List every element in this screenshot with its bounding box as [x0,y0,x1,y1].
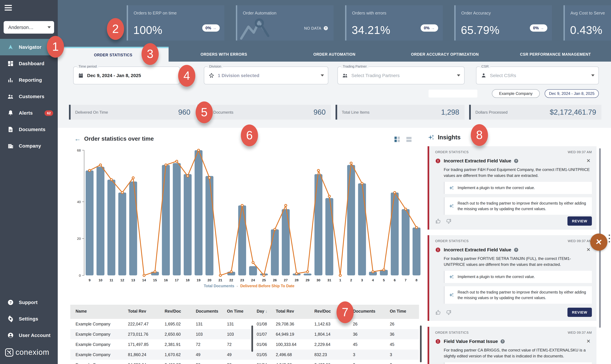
review-button[interactable]: REVIEW [567,216,592,226]
filter-time-period[interactable]: Time periodDec 9, 2024 - Jan 8, 2025 [73,66,180,84]
filter-value: Dec 9, 2024 - Jan 8, 2025 [87,73,141,78]
svg-text:0: 0 [79,273,81,277]
back-arrow-icon[interactable]: ← [74,135,81,143]
table-cell: 45 [350,339,387,350]
insight-title: Incorrect Extracted Field Value [444,247,511,252]
kpi-trend-badge[interactable]: 0%→ [530,24,547,32]
annotation-circle-7: 7 [336,301,354,323]
table-row[interactable]: Example Company273,011.762,650.60103103 [70,329,254,339]
chip-example-company[interactable]: Example Company [492,89,540,98]
column-header-documents[interactable]: Documents [350,305,387,319]
day-table-scrollbar[interactable] [420,325,422,362]
table-row[interactable]: Example Company171,497.852,381.917272 [70,339,254,350]
chip-dec-9-2024-jan-8-2025[interactable]: Dec 9, 2024 - Jan 8, 2025 [545,89,599,98]
close-icon[interactable]: ✕ [586,338,592,344]
column-header-on-time[interactable]: On Time [387,305,419,319]
org-selector-value: Anderson… [8,25,33,30]
legend-total-documents: Total Documents [204,284,234,288]
kpi-card-order-automation[interactable]: Order AutomationNO DATA? [236,5,333,40]
sidebar-item-customers[interactable]: Customers [0,88,58,105]
svg-text:14: 14 [142,278,146,282]
column-header-total-rev[interactable]: Total Rev [273,305,312,319]
svg-text:?: ? [9,300,12,305]
stat-label: Total Line Items [342,110,370,115]
table-cell: 3 [387,350,419,360]
close-icon[interactable]: ✕ [586,158,592,164]
filter-trading-partner[interactable]: Trading PartnerSelect Trading Partners [337,66,465,84]
thumbs-up-icon[interactable] [435,309,441,315]
insight-suggestion: Implement a plugin to return the correct… [444,182,592,194]
column-header-documents[interactable]: Documents [193,305,224,319]
sidebar-item-reporting[interactable]: Reporting [0,72,58,88]
list-view-icon[interactable] [405,136,413,143]
sidebar-item-documents[interactable]: Documents [0,121,58,138]
kpi-trend-badge[interactable]: 0%→ [420,24,438,32]
filter-csr[interactable]: CSRSelect CSRs [476,66,599,84]
table-cell: 222,047.47 [125,319,162,329]
table-cell: 26 [350,319,387,329]
table-header-row: NameTotal RevRev/DocDocumentsOn Time [70,305,254,319]
column-header-day[interactable]: Day ↓ [251,305,273,319]
kpi-card-orders-with-errors[interactable]: Orders with errors34.21%0%→ [345,5,443,40]
help-icon[interactable]: ? [323,26,328,31]
help-icon[interactable]: ? [514,247,518,252]
tab-order-automation[interactable]: ORDER AUTOMATION [279,47,390,62]
tab-order-accuracy-optimization[interactable]: ORDER ACCURACY OPTIMIZATION [390,47,500,62]
sidebar-item-label: Support [19,300,38,305]
thumbs-down-icon[interactable] [445,218,452,224]
chart-legend: Total Documents - Delivered Before Ship … [74,284,424,288]
thumbs-down-icon[interactable] [445,309,452,315]
close-icon[interactable]: ✕ [586,247,592,253]
kpi-card-orders-to-erp-on-time[interactable]: Orders to ERP on time100%0%→ [127,5,224,40]
sidebar-item-label: Alerts [19,110,33,116]
table-cell: 131 [193,319,224,329]
sidebar-item-settings[interactable]: Settings [0,311,58,327]
sidebar-item-company[interactable]: Company [0,138,58,154]
help-icon[interactable]: ? [514,158,518,163]
column-header-name[interactable]: Name [70,305,125,319]
table-row[interactable]: Example Company81,860.241,670.624949 [70,350,254,360]
review-button[interactable]: REVIEW [567,308,592,317]
conexiom-logo-icon [5,348,14,357]
drag-handle-dots-icon[interactable] [609,234,610,244]
table-row[interactable]: Example Company222,047.471,695.02131131 [70,319,254,329]
kpi-card-avg-cost-to-serve[interactable]: Avg Cost to Serve0.43%0%→ [564,5,611,40]
filter-division[interactable]: Division1 Division selected [204,66,328,84]
column-header-total-rev[interactable]: Total Rev [125,305,162,319]
table-row[interactable]: 01/0764,949.191,804.143636 [251,329,419,339]
stat-value: 1,298 [441,108,459,117]
tab-orders-with-errors[interactable]: ORDERS WITH ERRORS [168,47,279,62]
sidebar-item-support[interactable]: ?Support [0,294,58,311]
sidebar-item-dashboard[interactable]: Dashboard [0,55,58,72]
kpi-card-order-accuracy[interactable]: Order Accuracy65.79%0%→ [454,5,552,40]
arrow-right-icon: → [212,26,216,30]
table-row[interactable]: 01/052,496.68832.2333 [251,350,419,360]
tab-csr-performance-management[interactable]: CSR PERFORMANCE MANAGEMENT [500,47,611,62]
hamburger-menu-icon[interactable] [5,5,12,12]
kpi-trend-badge[interactable]: 0%→ [202,24,220,32]
svg-text:4: 4 [372,278,374,282]
company-table-scrollbar[interactable] [251,325,253,352]
column-header-on-time[interactable]: On Time [224,305,254,319]
annotation-circle-8: 8 [471,124,488,146]
insight-suggestion: Reach out to the trading partner to impr… [444,286,592,304]
sidebar-item-label: Customers [19,94,44,99]
table-cell: 1,695.02 [162,319,193,329]
svg-text:68: 68 [77,148,81,152]
sparkles-icon [428,134,435,141]
column-header-rev-doc[interactable]: Rev/Doc [162,305,193,319]
table-cell: 103 [224,329,254,339]
org-selector-dropdown[interactable]: Anderson… [4,21,54,34]
table-row[interactable]: Example Company94,850.642,496.073838 [70,360,254,364]
table-row[interactable]: 01/0829,708.361,142.632626 [251,319,419,329]
sidebar-item-user-account[interactable]: User Account [0,327,58,344]
help-icon[interactable]: ? [500,339,505,344]
svg-text:5: 5 [383,278,385,282]
table-row[interactable]: 01/044,845.802,422.9022 [251,360,419,364]
sidebar-item-alerts[interactable]: Alerts62 [0,105,58,121]
grid-view-icon[interactable] [394,136,401,143]
table-row[interactable]: 01/06100,333.642,229.644545 [251,339,419,350]
floating-close-widget-button[interactable]: ✕ [590,234,607,251]
thumbs-up-icon[interactable] [435,218,441,224]
chart-header: ← Order statistics over time [74,135,154,143]
